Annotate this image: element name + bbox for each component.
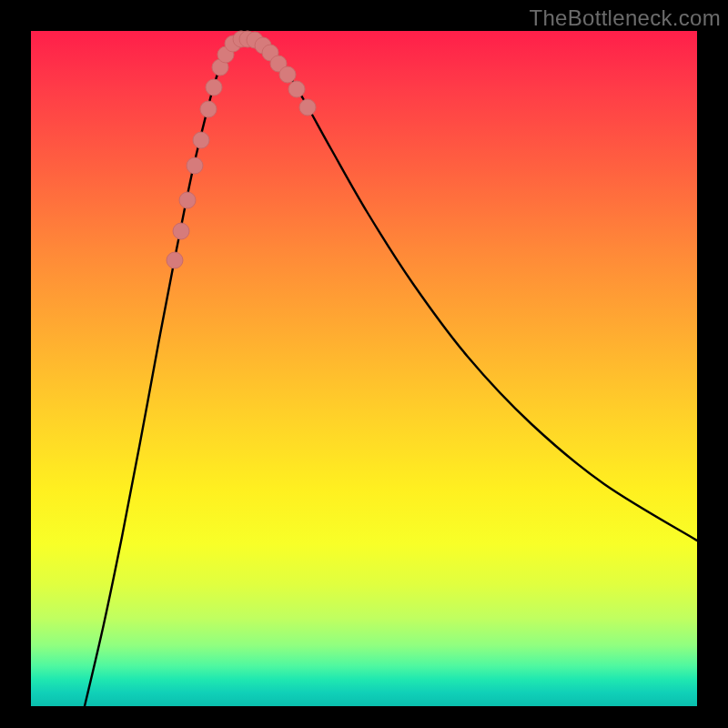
curve-svg [31, 31, 697, 706]
highlight-point [206, 79, 222, 96]
plot-area [31, 31, 697, 706]
highlight-point [279, 66, 296, 83]
chart-frame: TheBottleneck.com [0, 0, 728, 728]
bottleneck-curve [85, 38, 697, 706]
highlight-point [179, 192, 196, 208]
highlight-point [193, 132, 209, 148]
highlight-point [288, 81, 305, 97]
highlight-point [187, 157, 203, 174]
highlight-point [167, 252, 183, 268]
highlight-point [173, 223, 189, 239]
highlight-point [200, 101, 217, 117]
watermark-text: TheBottleneck.com [529, 5, 721, 31]
highlight-point [299, 99, 316, 116]
highlight-markers [167, 31, 316, 268]
